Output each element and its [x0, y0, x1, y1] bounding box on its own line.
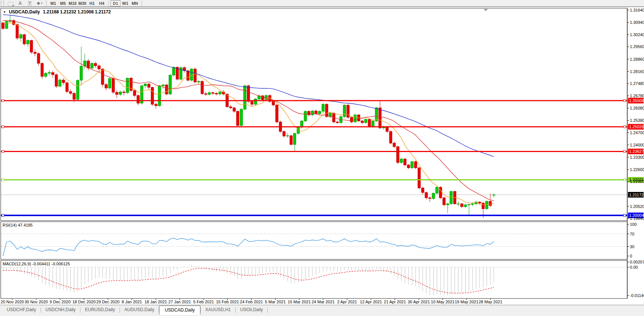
line-handle-left[interactable] — [2, 178, 4, 181]
chart-canvas[interactable]: 1.265081.250261.236271.220211.200041.211… — [0, 0, 644, 316]
date-label: 21 Apr 2021 — [384, 300, 406, 304]
mt4-window: F A T ❖ ▾ M1M5M15M30H1H4D1W1MN 1.265081.… — [0, 0, 644, 316]
price-tick-label: 1.30940 — [630, 20, 644, 25]
collapse-triangle-icon[interactable]: ▼ — [3, 10, 6, 14]
price-tick-label: 1.21920 — [630, 179, 644, 184]
date-label: 19 May 2021 — [455, 300, 479, 304]
tab-usoil-daily[interactable]: USOil,Daily — [236, 306, 267, 314]
rsi-label: RSI(14) 47.4185 — [3, 223, 33, 227]
date-label: 15 Mar 2021 — [288, 300, 311, 304]
macd-tick-label: 0.00 — [630, 265, 638, 269]
date-label: 9 Dec 2020 — [50, 300, 70, 304]
rsi-tick-label: 30 — [630, 244, 634, 249]
date-label: 2 Apr 2021 — [337, 300, 357, 304]
chart-ohlc-values: 1.21168 1.21232 1.21008 1.21172 — [43, 9, 111, 15]
date-label: 27 Jan 2021 — [168, 300, 191, 304]
tab-usdchf-daily[interactable]: USDCHF,Daily — [2, 306, 41, 314]
line-handle-left[interactable] — [2, 214, 4, 217]
chart-symbol-label: USDCAD,Daily — [9, 9, 40, 15]
price-tick-label: 1.20520 — [630, 204, 644, 209]
price-tick-label: 1.22600 — [630, 167, 644, 172]
price-tick-label: 1.29560 — [630, 44, 644, 49]
date-label: 28 May 2021 — [479, 300, 502, 304]
rsi-line — [3, 238, 494, 256]
line-handle-left[interactable] — [2, 99, 4, 102]
date-label: 24 Feb 2021 — [240, 300, 263, 304]
date-label: 10 May 2021 — [431, 300, 455, 304]
price-tick-label: 1.25380 — [630, 118, 644, 123]
price-tick-label: 1.23300 — [630, 155, 644, 159]
chart-tab-bar: USDCHF,DailyUSDCNH,DailyEURUSD,DailyAUDU… — [0, 305, 644, 316]
price-tick-label: 1.26080 — [630, 106, 644, 110]
price-tick-label: 1.24700 — [630, 130, 644, 135]
date-label: 20 Nov 2020 — [1, 300, 24, 304]
date-label: 18 Jan 2021 — [145, 300, 167, 304]
current-price-text: 1.21172 — [629, 193, 644, 197]
price-tick-label: 1.30240 — [630, 32, 644, 37]
line-handle-right[interactable] — [624, 99, 626, 102]
date-label: 5 Mar 2021 — [265, 300, 286, 304]
date-label: 5 Feb 2021 — [193, 300, 214, 304]
price-tick-label: 1.19840 — [630, 216, 644, 221]
date-label: 12 Apr 2021 — [360, 300, 382, 304]
macd-label: MACD(12,26,9) -0.004411 -0.006125 — [3, 262, 70, 266]
rsi-panel-border — [1, 222, 627, 259]
main-chart-border — [1, 8, 627, 221]
date-label: 29 Dec 2020 — [96, 300, 120, 304]
rsi-tick-label: 0 — [630, 254, 632, 258]
date-label: 8 Jan 2021 — [122, 300, 142, 304]
chart-shift-triangle-icon[interactable] — [483, 9, 488, 11]
line-handle-left[interactable] — [2, 126, 4, 128]
line-handle-right[interactable] — [624, 126, 626, 128]
price-flag-text: 1.23627 — [629, 149, 644, 154]
date-label: 15 Feb 2021 — [216, 300, 239, 304]
macd-histogram — [3, 265, 494, 296]
price-tick-label: 1.24000 — [630, 143, 644, 147]
line-handle-right[interactable] — [624, 214, 626, 217]
tab-eurusd-daily[interactable]: EURUSD,Daily — [80, 306, 120, 314]
rsi-tick-label: 100 — [630, 222, 637, 227]
line-handle-right[interactable] — [624, 178, 626, 181]
price-tick-label: 1.28160 — [630, 69, 644, 74]
date-label: 24 Mar 2021 — [312, 300, 335, 304]
line-handle-left[interactable] — [2, 150, 4, 152]
price-tick-label: 1.26780 — [630, 94, 644, 98]
macd-panel-border — [1, 260, 627, 298]
price-flag-text: 1.25026 — [629, 124, 644, 129]
price-tick-label: 1.31640 — [630, 8, 644, 12]
price-tick-label: 1.27480 — [630, 81, 644, 86]
rsi-tick-label: 70 — [630, 232, 634, 236]
date-label: 18 Dec 2020 — [72, 300, 95, 304]
macd-tick-label: 0.002074 — [630, 260, 644, 264]
date-label: 30 Apr 2021 — [408, 300, 430, 304]
date-label: 30 Nov 2020 — [25, 300, 48, 304]
tab-separator — [267, 307, 268, 313]
macd-tick-label: -0.011462 — [630, 293, 644, 298]
tab-usdcnh-daily[interactable]: USDCNH,Daily — [41, 306, 80, 314]
price-tick-label: 1.28860 — [630, 57, 644, 61]
tab-xauusd-h1[interactable]: XAUUSD,H1 — [201, 306, 235, 314]
tab-audusd-daily[interactable]: AUDUSD,Daily — [120, 306, 159, 314]
chart-header: ▼ USDCAD,Daily 1.21168 1.21232 1.21008 1… — [3, 9, 111, 15]
line-handle-right[interactable] — [624, 150, 626, 152]
tab-usdcad-daily[interactable]: USDCAD,Daily — [159, 306, 200, 315]
price-flag-text: 1.26508 — [629, 98, 644, 103]
candlestick-series — [2, 15, 495, 218]
